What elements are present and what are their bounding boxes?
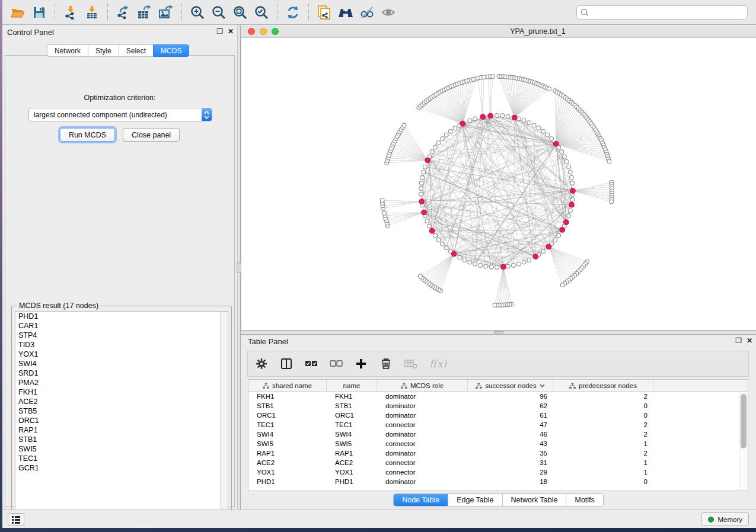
zoom-out-icon[interactable] xyxy=(210,4,228,21)
mcds-result-item[interactable]: SWI4 xyxy=(15,359,228,368)
select-all-columns-icon[interactable] xyxy=(305,357,318,370)
tab-select[interactable]: Select xyxy=(119,44,153,57)
network-canvas[interactable] xyxy=(241,37,756,330)
delete-column-trash-icon[interactable] xyxy=(379,357,393,370)
criterion-select[interactable]: largest connected component (undirected) xyxy=(28,108,212,121)
share-document-icon[interactable] xyxy=(315,4,333,21)
status-bar: Memory xyxy=(2,509,756,528)
import-network-icon[interactable] xyxy=(62,4,79,21)
mcds-result-list[interactable]: PHD1CAR1STP4TID3YOX1SWI4SRD1PMA2FKH1ACE2… xyxy=(15,311,228,523)
column-header[interactable]: MCDS role xyxy=(377,380,468,391)
horizontal-splitter[interactable] xyxy=(241,330,756,335)
export-network-icon[interactable] xyxy=(114,4,132,21)
table-row[interactable]: SWI4SWI4dominator462 xyxy=(248,430,748,439)
mcds-result-item[interactable]: TEC1 xyxy=(15,454,228,463)
table-cell: 29 xyxy=(468,467,553,477)
close-panel-button[interactable]: Close panel xyxy=(123,128,180,142)
close-table-panel-icon[interactable]: ✕ xyxy=(747,337,752,344)
main-area: Control Panel ❐ ✕ Network Style Select M… xyxy=(2,25,756,509)
mcds-list-scrollbar[interactable] xyxy=(220,312,228,522)
node-table[interactable]: shared namenameMCDS rolesuccessor nodesp… xyxy=(248,379,748,491)
show-eye-icon[interactable] xyxy=(379,4,397,21)
gear-icon[interactable] xyxy=(255,357,268,370)
column-header[interactable]: shared name xyxy=(248,380,327,391)
search-input[interactable] xyxy=(592,8,744,17)
mcds-result-item[interactable]: PMA2 xyxy=(15,378,228,387)
horizontal-splitter-grip[interactable] xyxy=(494,331,503,334)
split-columns-icon[interactable] xyxy=(280,357,293,370)
run-mcds-button[interactable]: Run MCDS xyxy=(60,128,115,142)
close-panel-icon[interactable]: ✕ xyxy=(228,28,234,35)
tab-mcds[interactable]: MCDS xyxy=(153,44,189,57)
control-panel-header: Control Panel ❐ ✕ xyxy=(2,25,237,40)
table-row[interactable]: TEC1TEC1connector472 xyxy=(248,420,748,430)
table-cell: 2 xyxy=(553,430,653,439)
column-header[interactable]: successor nodes xyxy=(468,380,553,391)
refresh-icon[interactable] xyxy=(284,4,302,21)
table-header-row: shared namenameMCDS rolesuccessor nodesp… xyxy=(248,380,748,392)
table-cell: 1 xyxy=(553,467,653,477)
table-cell: TEC1 xyxy=(248,420,327,430)
table-row[interactable]: RAP1RAP1dominator352 xyxy=(248,448,748,458)
mcds-result-item[interactable]: TID3 xyxy=(15,340,228,350)
task-history-button[interactable] xyxy=(8,513,24,525)
mcds-result-item[interactable]: GCR1 xyxy=(15,463,228,473)
tab-style[interactable]: Style xyxy=(88,44,119,57)
zoom-selected-icon[interactable] xyxy=(253,4,270,21)
window-maximize-icon[interactable] xyxy=(272,28,279,35)
zoom-fit-icon[interactable] xyxy=(231,4,249,21)
mcds-result-item[interactable]: STB1 xyxy=(15,435,228,444)
mcds-result-item[interactable]: YOX1 xyxy=(15,350,228,359)
table-row[interactable]: PHD1PHD1dominator180 xyxy=(248,477,748,486)
table-scrollbar[interactable] xyxy=(739,392,748,491)
mcds-result-item[interactable]: ACE2 xyxy=(15,397,228,406)
mcds-result-item[interactable]: CAR1 xyxy=(15,321,228,331)
table-row[interactable]: ACE2ACE2connector311 xyxy=(248,458,748,467)
table-row[interactable]: YOX1YOX1connector291 xyxy=(248,467,748,477)
memory-button[interactable]: Memory xyxy=(701,512,749,526)
table-row[interactable]: SWI5SWI5connector431 xyxy=(248,439,748,448)
column-type-icon xyxy=(476,383,482,389)
tab-network-table[interactable]: Network Table xyxy=(503,494,567,506)
export-image-icon[interactable] xyxy=(157,4,175,21)
mcds-result-item[interactable]: SRD1 xyxy=(15,368,228,378)
save-session-icon[interactable] xyxy=(30,4,48,21)
zoom-in-icon[interactable] xyxy=(189,4,206,21)
window-minimize-icon[interactable] xyxy=(260,28,267,35)
memory-status-dot xyxy=(708,517,714,523)
float-panel-icon[interactable]: ❐ xyxy=(216,28,223,35)
control-panel-title: Control Panel xyxy=(7,28,54,37)
mcds-result-item[interactable]: STB5 xyxy=(15,406,228,416)
column-header[interactable]: name xyxy=(327,380,377,391)
tab-node-table[interactable]: Node Table xyxy=(394,494,448,506)
tab-network[interactable]: Network xyxy=(47,44,88,57)
table-cell: SWI5 xyxy=(327,439,377,448)
mcds-result-item[interactable]: ORC1 xyxy=(15,416,228,425)
add-column-icon[interactable] xyxy=(355,357,368,370)
float-table-panel-icon[interactable]: ❐ xyxy=(735,337,742,344)
table-row[interactable]: FKH1FKH1dominator962 xyxy=(248,392,748,401)
tab-edge-table[interactable]: Edge Table xyxy=(448,494,502,506)
window-close-icon[interactable] xyxy=(248,28,255,35)
import-table-icon[interactable] xyxy=(83,4,101,21)
table-cell: FKH1 xyxy=(327,392,377,401)
hide-glasses-icon[interactable] xyxy=(358,4,376,21)
table-row[interactable]: STB1STB1dominator620 xyxy=(248,401,748,411)
global-search-field[interactable] xyxy=(576,5,748,20)
table-row[interactable]: ORC1ORC1dominator610 xyxy=(248,411,748,420)
mcds-result-title: MCDS result (17 nodes) xyxy=(17,302,101,310)
mcds-result-item[interactable]: PHD1 xyxy=(15,312,228,321)
table-scrollbar-thumb[interactable] xyxy=(741,394,747,448)
export-table-icon[interactable] xyxy=(136,4,154,21)
mcds-result-item[interactable]: SWI5 xyxy=(15,444,228,454)
mcds-result-item[interactable]: STP4 xyxy=(15,331,228,340)
tab-motifs[interactable]: Motifs xyxy=(566,494,602,506)
mcds-result-item[interactable]: FKH1 xyxy=(15,387,228,397)
network-search-binoculars-icon[interactable] xyxy=(337,4,355,21)
column-header[interactable]: predecessor nodes xyxy=(553,380,653,391)
network-graph[interactable] xyxy=(241,38,756,330)
table-cell: 0 xyxy=(553,477,653,486)
unselect-all-columns-icon[interactable] xyxy=(330,357,343,370)
open-session-icon[interactable] xyxy=(9,4,27,21)
mcds-result-item[interactable]: RAP1 xyxy=(15,425,228,435)
